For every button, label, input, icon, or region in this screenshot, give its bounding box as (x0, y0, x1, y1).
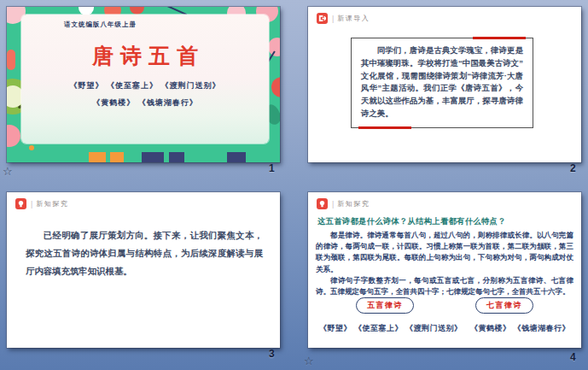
answer-paragraph-2: 律诗句子字数整齐划一，每句或五言或七言，分别称为五言律诗、七言律诗。五律规定每句… (316, 275, 573, 297)
header-divider: | (31, 200, 32, 208)
red-fruit (271, 77, 280, 97)
lightbulb-icon (317, 198, 328, 209)
section-header-label: 新课导入 (337, 14, 370, 23)
enter-icon (317, 13, 328, 24)
poem-list-line1: 《野望》 《使至塞上》 《渡荆门送别》 (21, 80, 269, 91)
slide-number-1: 1 (269, 162, 275, 174)
slide-thumbnail-1[interactable]: 语文统编版八年级上册 唐诗五首 《野望》 《使至塞上》 《渡荆门送别》 《黄鹤楼… (7, 7, 280, 162)
edition-badge: 语文统编版八年级上册 (64, 21, 269, 29)
deck-title: 唐诗五首 (21, 42, 269, 70)
poem-list-footer: 《野望》 《使至塞上》 《渡荆门送别》 《黄鹤楼》 《钱塘湖春行》 (308, 323, 581, 334)
section-header: | 新知探究 (15, 198, 68, 209)
seven-char-lushi-button: 七言律诗 (475, 297, 533, 314)
transition-paragraph: 已经明确了展厅策划方向。接下来，让我们聚焦文本，探究这五首诗的诗体归属与结构特点… (26, 226, 263, 280)
slide-thumbnail-4[interactable]: | 新知探究 这五首诗都是什么诗体？从结构上看都有什么特点？ 都是律诗。律诗通常… (308, 192, 581, 348)
slide-number-2: 2 (570, 162, 576, 174)
intro-paragraph: 同学们，唐诗是古典文学瑰宝，律诗更是其中璀璨明珠。学校将打造“中国最美古诗文”文… (361, 44, 523, 120)
section-header-label: 新知探究 (337, 199, 370, 208)
red-fruit (130, 7, 144, 15)
slide-thumbnail-3[interactable]: | 新知探究 已经明确了展厅策划方向。接下来，让我们聚焦文本，探究这五首诗的诗体… (7, 192, 280, 348)
poem-type-buttons: 五言律诗 七言律诗 (308, 297, 581, 314)
character-legs-navy (142, 152, 164, 162)
five-char-lushi-button: 五言律诗 (356, 297, 414, 314)
section-header: | 新知探究 (317, 198, 370, 209)
character-legs-orange (89, 152, 106, 162)
slide1-inner-card: 语文统编版八年级上册 唐诗五首 《野望》 《使至塞上》 《渡荆门送别》 《黄鹤楼… (21, 15, 269, 144)
slide-thumbnail-2[interactable]: | 新课导入 同学们，唐诗是古典文学瑰宝，律诗更是其中璀璨明珠。学校将打造“中国… (308, 7, 581, 162)
intro-text-box: 同学们，唐诗是古典文学瑰宝，律诗更是其中璀璨明珠。学校将打造“中国最美古诗文”文… (351, 38, 533, 128)
slide1-green-frame: 语文统编版八年级上册 唐诗五首 《野望》 《使至塞上》 《渡荆门送别》 《黄鹤楼… (7, 7, 280, 162)
star-icon[interactable]: ☆ (304, 355, 314, 367)
answer-body: 都是律诗。律诗通常每首八句，超过八句的，则称排律或长律。以八句完篇的律诗，每两句… (316, 230, 573, 297)
red-accent-bar-top (473, 37, 526, 39)
header-divider: | (332, 200, 334, 208)
character-legs-navy (227, 152, 246, 162)
slide-number-3: 3 (269, 348, 275, 360)
header-divider: | (332, 15, 334, 23)
slide-number-4: 4 (570, 351, 576, 363)
question-title: 这五首诗都是什么诗体？从结构上看都有什么特点？ (317, 216, 506, 227)
answer-paragraph-1: 都是律诗。律诗通常每首八句，超过八句的，则称排律或长律。以八句完篇的律诗，每两句… (316, 230, 573, 275)
section-header-label: 新知探究 (36, 199, 68, 208)
coral-petal (7, 50, 15, 70)
strawberry (7, 125, 20, 147)
poem-list-line2: 《黄鹤楼》 《钱塘湖春行》 (21, 97, 269, 109)
red-accent-bar-bottom (358, 126, 411, 129)
star-icon[interactable]: ☆ (3, 166, 13, 177)
section-header: | 新课导入 (317, 13, 370, 24)
character-legs-navy (169, 152, 184, 162)
lightbulb-icon (15, 198, 26, 209)
character-legs-orange (110, 152, 124, 162)
orange-dot (29, 145, 34, 150)
